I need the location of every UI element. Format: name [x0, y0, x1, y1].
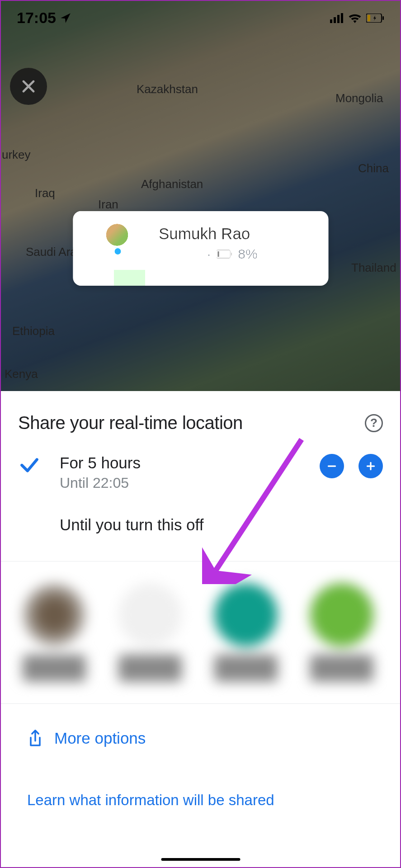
location-dot-icon	[114, 248, 121, 255]
location-arrow-icon	[60, 12, 71, 24]
duration-option-selected[interactable]: For 5 hours Until 22:05	[1, 446, 400, 500]
map-label-kazakhstan: Kazakhstan	[137, 82, 198, 96]
battery-icon	[216, 250, 232, 259]
map-label-turkey: urkey	[2, 148, 31, 162]
battery-icon	[366, 14, 384, 23]
increase-duration-button[interactable]	[359, 454, 383, 478]
contact-name	[214, 655, 278, 682]
bottom-sheet: Share your real-time location ? For 5 ho…	[1, 391, 400, 831]
map-label-mongolia: Mongolia	[335, 91, 383, 105]
map-background[interactable]: Kazakhstan Mongolia urkey China Afghanis…	[1, 1, 400, 391]
battery-percent: 8%	[238, 246, 257, 262]
svg-rect-1	[334, 17, 336, 23]
user-name: Sumukh Rao	[159, 225, 319, 243]
contact-item[interactable]	[23, 583, 86, 682]
contact-item[interactable]	[214, 583, 278, 682]
svg-rect-2	[337, 15, 340, 23]
card-map-preview	[73, 211, 150, 286]
card-meta: · 8%	[159, 246, 319, 262]
svg-rect-8	[231, 252, 232, 255]
contact-avatar-icon	[214, 583, 278, 646]
map-label-afghanistan: Afghanistan	[141, 177, 203, 191]
redacted-text	[159, 247, 202, 261]
contacts-row[interactable]	[1, 561, 400, 703]
map-label-saudi: Saudi Ara	[26, 245, 77, 259]
card-info: Sumukh Rao · 8%	[150, 211, 328, 286]
map-label-iraq: Iraq	[35, 186, 55, 200]
contact-name	[23, 655, 86, 682]
status-icons	[330, 13, 384, 23]
map-label-kenya: Kenya	[5, 367, 38, 381]
map-label-iran: Iran	[98, 198, 118, 212]
decrease-duration-button[interactable]	[320, 454, 344, 478]
signal-icon	[330, 13, 344, 23]
plus-icon	[365, 460, 377, 472]
contact-avatar-icon	[118, 583, 182, 646]
contact-avatar-icon	[23, 583, 86, 646]
svg-rect-6	[368, 15, 370, 21]
minus-icon	[326, 460, 338, 472]
map-label-china: China	[358, 161, 389, 175]
duration-option-off[interactable]: Until you turn this off	[1, 500, 400, 561]
learn-info-link[interactable]: Learn what information will be shared	[1, 773, 400, 831]
more-options-button[interactable]: More options	[1, 704, 400, 773]
sheet-header: Share your real-time location ?	[1, 391, 400, 446]
avatar	[104, 222, 129, 247]
contact-name	[118, 655, 182, 682]
status-bar: 17:05	[1, 1, 400, 35]
duration-label: For 5 hours	[60, 454, 320, 472]
svg-rect-3	[341, 13, 343, 23]
share-icon	[27, 729, 43, 747]
contact-name	[310, 655, 373, 682]
wifi-icon	[348, 13, 362, 23]
status-time: 17:05	[17, 9, 71, 27]
home-indicator[interactable]	[161, 858, 240, 861]
svg-rect-9	[217, 251, 219, 257]
map-label-ethiopia: Ethiopia	[12, 324, 55, 338]
time-text: 17:05	[17, 9, 56, 27]
contact-item[interactable]	[310, 583, 373, 682]
map-label-thailand: Thailand	[351, 261, 396, 275]
contact-avatar-icon	[310, 583, 373, 646]
duration-until: Until 22:05	[60, 475, 320, 491]
close-button[interactable]	[10, 68, 47, 105]
svg-rect-5	[382, 16, 384, 20]
sheet-title: Share your real-time location	[18, 413, 243, 433]
help-button[interactable]: ?	[365, 414, 383, 432]
close-icon	[20, 78, 37, 95]
location-card[interactable]: Sumukh Rao · 8%	[73, 211, 328, 286]
more-options-label: More options	[54, 729, 146, 747]
check-icon	[18, 454, 41, 476]
help-icon: ?	[370, 416, 377, 430]
contact-item[interactable]	[118, 583, 182, 682]
svg-rect-0	[330, 19, 332, 23]
